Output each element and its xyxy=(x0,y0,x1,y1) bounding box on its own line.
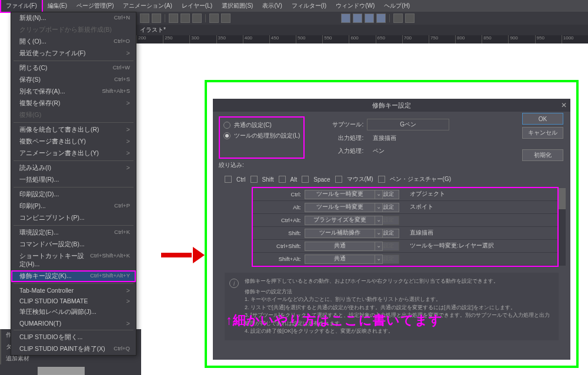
action-dropdown[interactable]: ブラシサイズを変更 xyxy=(305,216,375,225)
menu-item[interactable]: 一括処理(R)... xyxy=(11,174,136,186)
menu-item[interactable]: 保存(S)Ctrl+S xyxy=(11,74,136,86)
assigned-value: ツールを一時変更:レイヤー選択 xyxy=(410,242,557,250)
menu-select[interactable]: 選択範囲(S) xyxy=(217,0,258,12)
tool-icon[interactable] xyxy=(405,14,415,23)
menu-item[interactable]: 読み込み(I)> xyxy=(11,162,136,174)
assigned-value: 直線描画 xyxy=(410,229,557,237)
tool-icon[interactable] xyxy=(221,14,230,23)
menu-item[interactable]: 印刷設定(D)... xyxy=(11,189,136,200)
menu-item[interactable]: CLIP STUDIO PAINTを終了(X)Ctrl+Q xyxy=(11,343,136,355)
menu-separator xyxy=(14,160,133,161)
tool-icon[interactable] xyxy=(140,14,149,23)
modifier-key-label: Ctrl+Alt: xyxy=(253,217,305,223)
menu-filter[interactable]: フィルター(I) xyxy=(287,0,331,12)
ruler-tick: 650 xyxy=(376,35,402,43)
scrollbar[interactable] xyxy=(559,188,566,266)
menu-anim[interactable]: アニメーション(A) xyxy=(118,0,176,12)
menu-page[interactable]: ページ管理(P) xyxy=(72,0,118,12)
subtool-label: サブツール: xyxy=(322,120,363,129)
radio-common[interactable]: 共通の設定(C) xyxy=(223,120,300,130)
menu-separator xyxy=(14,61,133,61)
filter-checkbox[interactable] xyxy=(378,176,385,183)
menu-item[interactable]: 画像を統合して書き出し(R)> xyxy=(11,124,136,136)
ruler-tick: 900 xyxy=(508,35,534,43)
init-button[interactable]: 初期化 xyxy=(522,149,563,161)
subtool-value[interactable]: Gペン xyxy=(367,119,449,130)
menu-item[interactable]: ショートカットキー設定(H)...Ctrl+Shift+Alt+K xyxy=(11,250,136,270)
menu-item[interactable]: コンビニプリント(P)... xyxy=(11,212,136,224)
tool-icon[interactable] xyxy=(341,14,350,23)
info-line: 2. リストで[共通]を選択すると共通の設定が使われます。共通の設定を変更するに… xyxy=(245,304,554,312)
tool-icon[interactable] xyxy=(169,14,178,23)
action-dropdown[interactable]: ツールを一時変更 xyxy=(305,203,375,212)
tool-icon[interactable] xyxy=(393,14,403,23)
action-dropdown[interactable]: ツール補助操作 xyxy=(305,229,375,238)
dialog-buttons: OK キャンセル 初期化 xyxy=(522,113,563,161)
filter-checkbox[interactable] xyxy=(302,176,309,183)
menu-separator xyxy=(14,330,133,330)
ok-button[interactable]: OK xyxy=(522,113,563,125)
menu-item[interactable]: 筆圧検知レベルの調節(J)... xyxy=(11,306,136,318)
menu-view[interactable]: 表示(V) xyxy=(258,0,286,12)
action-dropdown[interactable]: 共通 xyxy=(305,242,375,251)
ruler-tick: 850 xyxy=(482,35,508,43)
menu-item[interactable]: 最近使ったファイル(F)> xyxy=(11,48,136,59)
tool-icon[interactable] xyxy=(181,14,190,23)
menu-item[interactable]: コマンドバー設定(B)... xyxy=(11,239,136,250)
modifier-row: Ctrl+Alt:ブラシサイズを変更設定 xyxy=(253,214,557,227)
ruler: 2002503003504004505005506006507007508008… xyxy=(136,35,588,43)
output-value: 直接描画 xyxy=(367,133,402,143)
menu-window[interactable]: ウィンドウ(W) xyxy=(331,0,379,12)
tool-icon[interactable] xyxy=(365,14,374,23)
menu-item[interactable]: 修飾キー設定(K)...Ctrl+Shift+Alt+Y xyxy=(11,270,136,282)
material-thumbnail[interactable] xyxy=(38,367,85,375)
menu-help[interactable]: ヘルプ(H) xyxy=(379,0,415,12)
menu-item[interactable]: CLIP STUDIOを開く... xyxy=(11,332,136,343)
ruler-tick: 700 xyxy=(402,35,429,43)
menu-item[interactable]: CLIP STUDIO TABMATE> xyxy=(11,296,136,306)
filter-checkbox[interactable] xyxy=(335,176,342,183)
ruler-tick: 550 xyxy=(322,35,349,43)
separator xyxy=(165,14,165,22)
ruler-tick: 500 xyxy=(296,35,322,43)
action-dropdown[interactable]: ツールを一時変更 xyxy=(305,190,375,199)
dialog-title: 修飾キー設定 xyxy=(372,101,411,110)
ruler-tick: 350 xyxy=(216,35,243,43)
filter-checkbox[interactable] xyxy=(225,176,232,183)
input-label: 入力処理: xyxy=(322,147,363,155)
annotation-text: ↑細かいやり方はここに書いてます xyxy=(226,312,443,329)
separator xyxy=(205,14,206,22)
action-dropdown[interactable]: 共通 xyxy=(305,255,375,264)
document-tab[interactable]: イラスト* xyxy=(140,26,166,34)
menu-item[interactable]: 閉じる(C)Ctrl+W xyxy=(11,62,136,74)
menu-item[interactable]: QUMARION(T)> xyxy=(11,318,136,329)
cancel-button[interactable]: キャンセル xyxy=(522,127,563,139)
tool-icon[interactable] xyxy=(353,14,362,23)
menu-item[interactable]: 別名で保存(A)...Shift+Alt+S xyxy=(11,86,136,98)
filter-checkbox[interactable] xyxy=(279,176,286,183)
menu-layer[interactable]: レイヤー(L) xyxy=(177,0,217,12)
menu-item[interactable]: 印刷(P)...Ctrl+P xyxy=(11,200,136,212)
menu-item[interactable]: 開く(O)...Ctrl+O xyxy=(11,36,136,48)
menu-item[interactable]: 複製を保存(R)> xyxy=(11,98,136,109)
tool-icon[interactable] xyxy=(209,14,219,23)
modifier-row: Shift:ツール補助操作設定直線描画 xyxy=(253,227,557,240)
menu-file[interactable]: ファイル(F) xyxy=(0,0,43,13)
modifier-table: Ctrl:ツールを一時変更設定オブジェクトAlt:ツールを一時変更設定スポイトC… xyxy=(252,187,559,267)
menu-item[interactable]: 複数ページ書き出し(Y)> xyxy=(11,136,136,148)
tool-icon[interactable] xyxy=(376,14,386,23)
menu-item[interactable]: 環境設定(E)...Ctrl+K xyxy=(11,227,136,239)
tool-icon[interactable] xyxy=(152,14,161,23)
radio-per-tool[interactable]: ツールの処理別の設定(L) xyxy=(223,130,300,141)
menu-item[interactable]: アニメーション書き出し(Y)> xyxy=(11,148,136,159)
menu-item[interactable]: 新規(N)...Ctrl+N xyxy=(11,12,136,24)
file-menu-dropdown: 新規(N)...Ctrl+Nクリップボードから新規作成(B)開く(O)...Ct… xyxy=(11,12,136,356)
menu-item[interactable]: Tab-Mate Controller> xyxy=(11,285,136,296)
filter-checkbox[interactable] xyxy=(250,176,258,183)
filter-label: Space xyxy=(313,176,330,183)
close-icon[interactable]: ✕ xyxy=(561,101,567,109)
menu-separator xyxy=(14,283,133,284)
ruler-tick: 1000 xyxy=(562,35,588,43)
menu-edit[interactable]: 編集(E) xyxy=(43,0,72,12)
tool-icon[interactable] xyxy=(192,14,202,23)
